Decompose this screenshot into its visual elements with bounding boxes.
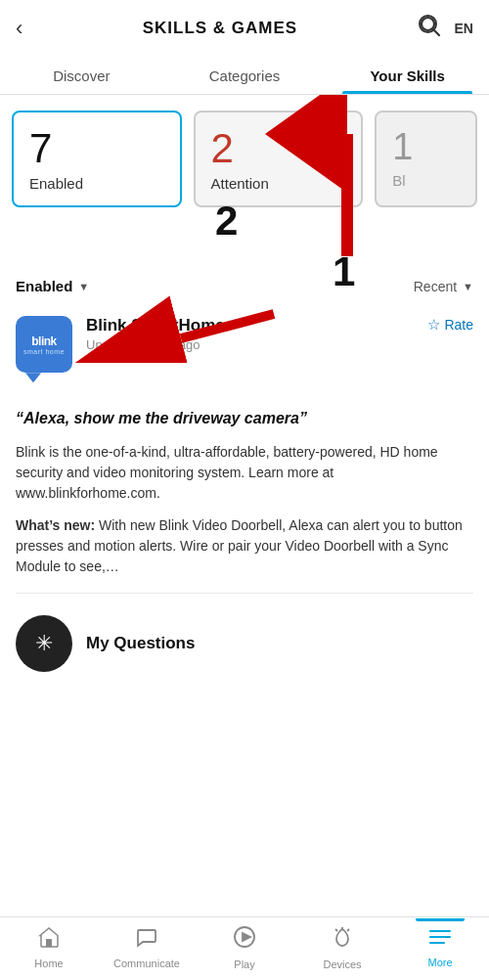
third-card[interactable]: 1 Bl	[375, 111, 477, 207]
nav-more[interactable]: More	[391, 927, 489, 968]
play-label: Play	[234, 958, 254, 970]
skill-item-questions[interactable]: ✳ My Questions	[0, 603, 489, 684]
filter-chevron: ▼	[78, 281, 89, 292]
communicate-label: Communicate	[113, 958, 180, 969]
home-icon	[37, 926, 61, 954]
skill-quote: “Alexa, show me the driveway camera”	[0, 394, 489, 435]
search-icon[interactable]	[418, 14, 441, 42]
devices-icon	[330, 925, 355, 955]
language-selector[interactable]: EN	[455, 21, 473, 36]
blink-logo: blink smart home	[16, 316, 72, 382]
tab-your-skills[interactable]: Your Skills	[326, 56, 489, 94]
skill-description: Blink is the one-of-a-kind, ultra-afford…	[0, 436, 489, 510]
header-actions: EN	[418, 14, 473, 42]
more-active-bar	[416, 918, 465, 921]
svg-line-13	[335, 929, 337, 931]
nav-play[interactable]: Play	[196, 925, 293, 970]
skill-info: Blink SmartHome Updated 2 days ago	[86, 316, 414, 352]
filter-enabled-label: Enabled	[16, 278, 72, 294]
tab-categories[interactable]: Categories	[163, 56, 327, 94]
svg-rect-9	[46, 939, 52, 947]
attention-label: Attention	[211, 175, 346, 192]
nav-communicate[interactable]: Communicate	[98, 926, 196, 969]
devices-label: Devices	[323, 958, 361, 970]
skill-name: Blink SmartHome	[86, 316, 414, 335]
rate-button[interactable]: ☆ Rate	[427, 316, 473, 334]
more-icon	[427, 927, 453, 953]
rate-label: Rate	[444, 317, 473, 333]
star-icon: ☆	[427, 316, 440, 334]
skill-updated: Updated 2 days ago	[86, 337, 414, 352]
filter-recent[interactable]: Recent ▼	[414, 279, 473, 294]
svg-line-14	[347, 929, 349, 931]
questions-name: My Questions	[86, 634, 195, 653]
third-count: 1	[392, 126, 460, 168]
skill-cards-row: 7 Enabled 2 Attention 1 Bl	[0, 95, 489, 215]
whats-new-label: What’s new:	[16, 517, 95, 533]
section-divider	[16, 593, 473, 594]
filter-row: Enabled ▼ Recent ▼	[0, 268, 489, 304]
bottom-navigation: Home Communicate Play	[0, 916, 489, 980]
home-label: Home	[34, 958, 63, 969]
skill-whats-new: What’s new: With new Blink Video Doorbel…	[0, 510, 489, 583]
nav-home[interactable]: Home	[0, 926, 98, 969]
more-label: More	[427, 957, 452, 968]
page-title: SKILLS & GAMES	[143, 19, 298, 38]
enabled-label: Enabled	[29, 175, 164, 192]
filter-enabled[interactable]: Enabled ▼	[16, 278, 89, 294]
questions-icon: ✳	[35, 631, 53, 656]
svg-marker-11	[243, 933, 250, 941]
play-icon	[233, 925, 256, 955]
enabled-card[interactable]: 7 Enabled	[12, 111, 182, 207]
recent-chevron: ▼	[463, 281, 473, 292]
communicate-icon	[135, 926, 158, 954]
header: ‹ SKILLS & GAMES EN	[0, 0, 489, 56]
filter-recent-label: Recent	[414, 279, 457, 294]
blink-logo-subtext: smart home	[23, 348, 65, 355]
back-button[interactable]: ‹	[16, 16, 22, 41]
questions-logo: ✳	[16, 615, 72, 672]
skill-item-blink[interactable]: blink smart home Blink SmartHome Updated…	[0, 304, 489, 394]
third-label: Bl	[392, 172, 460, 189]
tab-bar: Discover Categories Your Skills	[0, 56, 489, 95]
nav-devices[interactable]: Devices	[293, 925, 391, 970]
tab-discover[interactable]: Discover	[0, 56, 163, 94]
speech-bubble-tail	[25, 373, 41, 382]
enabled-count: 7	[29, 126, 164, 171]
blink-logo-text: blink	[23, 334, 65, 348]
attention-count: 2	[211, 126, 346, 171]
attention-card[interactable]: 2 Attention	[194, 111, 364, 207]
